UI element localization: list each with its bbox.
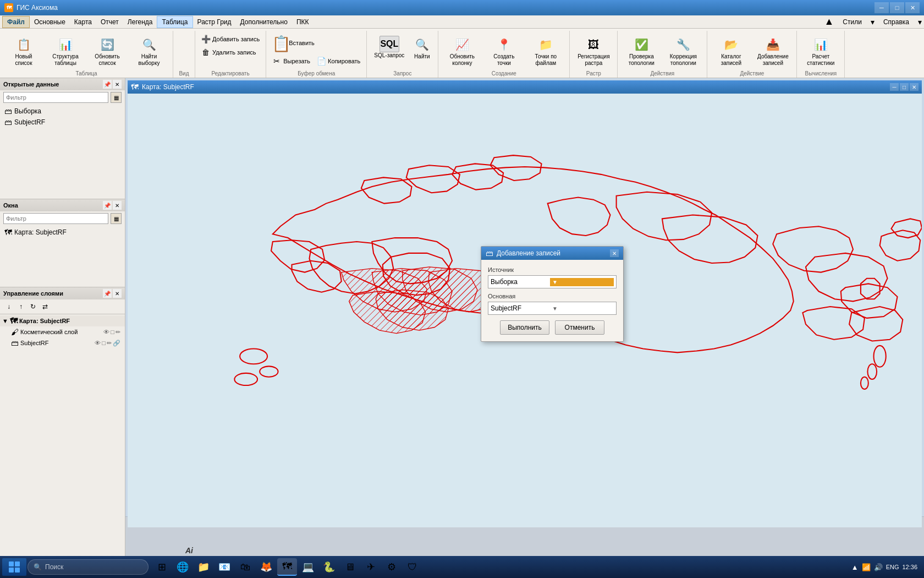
ribbon-group-create: 📈 Обновить колонку 📍 Создать точки 📁 Точ… [438,31,570,78]
map-area: 🗺 Карта: SubjectRF ─ □ ✕ [125,78,924,560]
map-maximize-btn[interactable]: □ [900,83,909,91]
taskbar-security-btn[interactable]: 🛡 [403,558,422,576]
taskbar-monitor-btn[interactable]: 🖥 [340,558,360,576]
layers-close-btn[interactable]: ✕ [113,289,122,298]
taskbar-telegram-btn[interactable]: ✈ [361,558,381,576]
ribbon-btn-update-col[interactable]: 📈 Обновить колонку [442,33,482,69]
taskbar-icons: ⊞ 🌐 📁 📧 🛍 🦊 🗺 💻 🐍 🖥 ✈ ⚙ 🛡 [152,558,422,576]
menu-tablitsa[interactable]: Таблица [157,16,193,28]
taskbar-gis-btn[interactable]: 🗺 [277,558,297,576]
layer-rotate-btn[interactable]: ↻ [28,301,38,312]
ribbon-btn-reg-rastr[interactable]: 🖼 Регистрация растра [573,33,614,69]
ribbon-btn-cut[interactable]: ✂ Вырезать [270,55,313,67]
taskbar-explorer-btn[interactable]: 📁 [194,558,213,576]
ribbon-btn-paste[interactable]: 📋 Вставить [270,33,318,54]
layer-group-header[interactable]: ▼ 🗺 Карта: SubjectRF [0,315,125,326]
open-data-filter-btn[interactable]: ▦ [111,92,122,103]
taskbar-firefox-btn[interactable]: 🦊 [256,558,276,576]
ribbon-btn-add-record[interactable]: ➕ Добавить запись [199,33,262,45]
ribbon-btn-structure[interactable]: 📊 Структура таблицы [45,33,86,69]
update-col-icon: 📈 [453,36,471,53]
menu-dopolnitelno[interactable]: Дополнительно [236,16,292,28]
dialog-source-select[interactable]: Выборка ▼ [488,275,617,288]
taskbar-task-view-btn[interactable]: ⊞ [152,558,172,576]
styles-btn[interactable]: Стили [838,16,866,28]
taskbar-search[interactable]: 🔍 Поиск [28,559,148,575]
dialog-main-select[interactable]: SubjectRF ▼ [488,302,617,315]
table-icon-1: 🗃 [4,107,12,116]
menu-file[interactable]: Файл [2,16,30,28]
dialog-close-btn[interactable]: ✕ [610,249,619,257]
ribbon-btn-find-selection[interactable]: 🔍 Найти выборку [129,33,169,69]
ribbon-btn-delete-record[interactable]: 🗑 Удалить запись [199,46,262,58]
layer-edit-icon-1[interactable]: ✏ [116,329,120,336]
windows-pin-btn[interactable]: 📌 [103,201,112,210]
ribbon-btn-find[interactable]: 🔍 Найти [409,33,435,63]
layer-item-subjectrf[interactable]: 🗃 SubjectRF 👁 □ ✏ 🔗 [0,337,125,348]
ribbon-btn-check-topo[interactable]: ✅ Проверка топологии [621,33,662,69]
open-data-close-btn[interactable]: ✕ [113,80,122,89]
reg-rastr-label: Регистрация растра [577,53,610,67]
menu-osnovnye[interactable]: Основные [30,16,70,28]
ribbon-btn-sql[interactable]: SQL SQL-запрос [370,33,408,62]
menu-karta[interactable]: Карта [70,16,96,28]
dropdown-icon[interactable]: ▾ [871,18,875,26]
menu-pkk[interactable]: ПКК [292,16,314,28]
ribbon-btn-statistics[interactable]: 📊 Расчет статистики [800,33,841,69]
windows-filter-btn[interactable]: ▦ [111,213,122,224]
layer-visibility-icon-2[interactable]: 👁 [95,340,101,347]
layer-edit-icon-2[interactable]: ✏ [107,340,112,347]
dialog-title: Добавление записей [497,249,560,257]
layer-select-icon-2[interactable]: □ [102,340,106,347]
taskbar-store-btn[interactable]: 🛍 [235,558,255,576]
open-data-pin-btn[interactable]: 📌 [103,80,112,89]
close-button[interactable]: ✕ [905,2,920,13]
map-close-btn[interactable]: ✕ [910,83,919,91]
ribbon-btn-create-points[interactable]: 📍 Создать точки [483,33,524,69]
ribbon-btn-points-files[interactable]: 📁 Точки по файлам [525,33,566,69]
layers-list: ▼ 🗺 Карта: SubjectRF 🖌 Косметический сло… [0,314,125,560]
menu-otchet[interactable]: Отчет [96,16,123,28]
open-data-item-vyborka[interactable]: 🗃 Выборка [0,106,125,117]
layer-link-icon-2[interactable]: 🔗 [113,340,120,347]
layer-move-up-btn[interactable]: ↑ [15,301,26,312]
taskbar-settings-btn[interactable]: ⚙ [382,558,402,576]
taskbar-vs-btn[interactable]: 💻 [298,558,318,576]
taskbar-python-btn[interactable]: 🐍 [319,558,339,576]
taskbar-edge-btn[interactable]: 🌐 [173,558,193,576]
cut-icon: ✂ [272,57,281,66]
minimize-button[interactable]: ─ [875,2,889,13]
ribbon-btn-new-list[interactable]: 📋 Новый список [3,33,44,69]
windows-close-btn[interactable]: ✕ [113,201,122,210]
layer-move-down-btn[interactable]: ↓ [3,301,14,312]
layer-options-btn[interactable]: ⇄ [40,301,51,312]
taskbar-mail-btn[interactable]: 📧 [215,558,234,576]
windows-item-map[interactable]: 🗺 Карта: SubjectRF [0,227,125,238]
map-minimize-btn[interactable]: ─ [890,83,899,91]
dialog-cancel-btn[interactable]: Отменить [555,320,604,335]
layer-select-icon-1[interactable]: □ [111,329,114,336]
map-canvas[interactable]: 🗃 Добавление записей ✕ Источник Выборка … [128,94,922,527]
open-data-item-subjectrf[interactable]: 🗃 SubjectRF [0,117,125,128]
layer-item-cosmetic[interactable]: 🖌 Косметический слой 👁 □ ✏ [0,326,125,337]
taskbar-start-btn[interactable] [2,558,26,576]
ribbon-btn-catalog[interactable]: 📂 Каталог записей [711,33,751,69]
windows-filter-input[interactable] [3,213,108,224]
expand-icon[interactable]: ▲ [824,16,834,28]
ribbon-btn-copy[interactable]: 📄 Копировать [314,55,363,67]
ribbon-btn-refresh[interactable]: 🔄 Обновить список [87,33,128,69]
menu-rastr-grid[interactable]: Растр Грид [193,16,236,28]
dialog-execute-btn[interactable]: Выполнить [500,320,549,335]
layers-pin-btn[interactable]: 📌 [103,289,112,298]
ribbon-btn-correct-topo[interactable]: 🔧 Коррекция топологии [663,33,703,69]
layer-cosmetic-label: Косметический слой [20,329,78,335]
ribbon-btn-add-records[interactable]: 📥 Добавление записей [752,33,793,69]
group-label-tablitsa: Таблица [75,70,97,77]
windows-item-1-label: Карта: SubjectRF [14,228,67,236]
maximize-button[interactable]: □ [890,2,904,13]
layer-visibility-icon-1[interactable]: 👁 [103,329,109,336]
help-btn[interactable]: Справка [879,16,914,28]
menu-legenda[interactable]: Легенда [123,16,157,28]
open-data-filter-input[interactable] [3,92,108,103]
help-dropdown-icon[interactable]: ▾ [918,18,922,26]
